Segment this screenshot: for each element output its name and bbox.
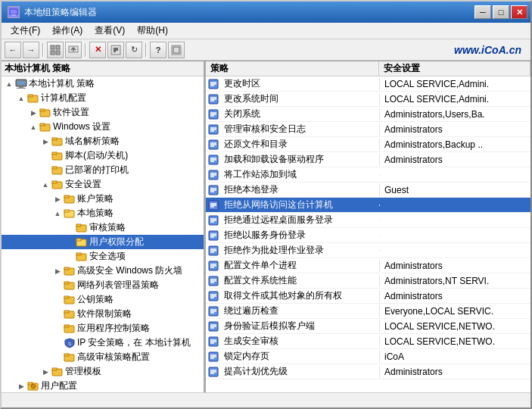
expand-computer-config[interactable]: ▲ — [15, 92, 27, 105]
expand-software-settings[interactable]: ▶ — [27, 107, 39, 119]
expand-win-firewall[interactable]: ▶ — [51, 265, 64, 277]
expand-user-rights[interactable] — [64, 236, 76, 248]
tree-item-scripts[interactable]: 脚本(启动/关机) — [2, 148, 204, 163]
policy-row-r1[interactable]: 更改时区LOCAL SERVICE,Admini. — [206, 76, 530, 92]
policy-row-name: 关闭系统 — [221, 107, 379, 121]
tree-item-dns[interactable]: ▶ 域名解析策略 — [2, 134, 204, 148]
policy-row-icon — [206, 289, 221, 303]
policy-row-r11[interactable]: 拒绝以服务身份登录 — [206, 228, 530, 243]
tree-item-app-control[interactable]: 应用程序控制策略 — [2, 321, 204, 336]
policy-row-icon — [206, 198, 221, 212]
expand-app-control[interactable] — [51, 323, 64, 335]
policy-row-value: LOCAL SERVICE,NETWO. — [379, 336, 530, 348]
expand-software-restriction[interactable] — [51, 308, 64, 320]
tree-item-software-restriction[interactable]: 软件限制策略 — [2, 307, 204, 321]
tree-item-computer-config[interactable]: ▲ 计算机配置 — [2, 91, 204, 105]
expand-admin-templates[interactable]: ▶ — [39, 366, 51, 378]
tree-item-printers[interactable]: 已部署的打印机 — [2, 163, 204, 177]
policy-row-r14[interactable]: 配置文件系统性能Administrators,NT SERVI. — [206, 273, 530, 289]
tree-item-public-key[interactable]: 公钥策略 — [2, 292, 204, 307]
tree-item-account-policy[interactable]: ▶ 账户策略 — [2, 192, 204, 206]
policy-row-r5[interactable]: 还原文件和目录Administrators,Backup .. — [206, 137, 530, 152]
minimize-button[interactable]: ─ — [474, 5, 491, 19]
policy-row-r20[interactable]: 提高计划优先级Administrators — [206, 364, 530, 379]
close-button[interactable]: ✕ — [511, 5, 527, 19]
tree-label-scripts: 脚本(启动/关机) — [65, 149, 128, 162]
policy-row-name: 更改时区 — [221, 76, 379, 91]
policy-row-r7[interactable]: 将工作站添加到域 — [206, 167, 530, 183]
help-button[interactable]: ? — [150, 42, 166, 58]
expand-security-settings[interactable]: ▲ — [39, 179, 51, 191]
expand-security-options[interactable] — [64, 251, 76, 263]
expand-network-list[interactable] — [51, 279, 64, 292]
expand-advanced-audit[interactable] — [51, 351, 64, 364]
policy-row-icon — [206, 76, 221, 91]
policy-row-r18[interactable]: 生成安全审核LOCAL SERVICE,NETWO. — [206, 334, 530, 349]
expand-printers[interactable] — [39, 164, 51, 176]
menu-action[interactable]: 操作(A) — [46, 23, 89, 39]
policy-row-r10[interactable]: 拒绝通过远程桌面服务登录 — [206, 213, 530, 228]
delete-button[interactable]: ✕ — [89, 42, 106, 58]
policy-row-value: Administrators — [379, 260, 530, 272]
back-button[interactable]: ← — [5, 42, 21, 58]
tree-label-app-control: 应用程序控制策略 — [77, 322, 150, 335]
policy-row-icon — [206, 319, 221, 333]
policy-row-r6[interactable]: 加载和卸载设备驱动程序Administrators — [206, 152, 530, 167]
refresh-button[interactable]: ↻ — [126, 42, 142, 58]
tree-item-user-config[interactable]: ▶ 用户配置 — [2, 379, 204, 392]
expand-dns[interactable]: ▶ — [39, 136, 51, 148]
tree-label-software-restriction: 软件限制策略 — [77, 308, 132, 320]
policy-row-r19[interactable]: 锁定内存页iCoA — [206, 349, 530, 364]
folder-icon-public-key — [64, 295, 76, 305]
policy-row-r12[interactable]: 拒绝作为批处理作业登录 — [206, 243, 530, 258]
policy-row-name: 生成安全审核 — [221, 334, 379, 348]
tree-item-audit-policy[interactable]: 审核策略 — [2, 220, 204, 235]
maximize-button[interactable]: □ — [493, 5, 509, 19]
expand-local-policy[interactable]: ▲ — [3, 78, 15, 90]
policy-row-r4[interactable]: 管理审核和安全日志Administrators — [206, 122, 530, 137]
tree-item-software-settings[interactable]: ▶ 软件设置 — [2, 105, 204, 120]
tree-label-network-list: 网络列表管理器策略 — [77, 279, 159, 292]
tree-item-user-rights[interactable]: 用户权限分配 — [2, 235, 204, 249]
up-button[interactable] — [65, 42, 82, 58]
svg-rect-49 — [64, 311, 69, 313]
tree-item-network-list[interactable]: 网络列表管理器策略 — [2, 278, 204, 292]
window-title: 本地组策略编辑器 — [24, 6, 97, 19]
policy-row-r3[interactable]: 关闭系统Administrators,Users,Ba. — [206, 107, 530, 122]
expand-ip-security[interactable] — [51, 337, 64, 349]
properties-button[interactable] — [107, 42, 124, 58]
folder-icon-network-list — [64, 280, 76, 291]
tree-item-advanced-audit[interactable]: 高级审核策略配置 — [2, 350, 204, 364]
policy-row-r17[interactable]: 身份验证后模拟客户端LOCAL SERVICE,NETWO. — [206, 319, 530, 334]
policy-row-r13[interactable]: 配置文件单个进程Administrators — [206, 258, 530, 273]
tree-item-local-policy[interactable]: ▲ 本地计算机 策略 — [2, 76, 204, 91]
svg-rect-21 — [40, 109, 45, 111]
show-button[interactable] — [47, 42, 64, 58]
tree-item-windows-settings[interactable]: ▲ Windows 设置 — [2, 120, 204, 134]
title-bar-left: 本地组策略编辑器 — [8, 6, 97, 19]
policy-row-r8[interactable]: 拒绝本地登录Guest — [206, 183, 530, 198]
expand-user-config[interactable]: ▶ — [15, 380, 27, 392]
tree-label-software-settings: 软件设置 — [53, 106, 89, 119]
expand-public-key[interactable] — [51, 294, 64, 306]
policy-row-r2[interactable]: 更改系统时间LOCAL SERVICE,Admini. — [206, 92, 530, 107]
tree-item-win-firewall[interactable]: ▶ 高级安全 Windows 防火墙 — [2, 264, 204, 278]
expand-audit-policy[interactable] — [64, 222, 76, 234]
expand-local-policy-node[interactable]: ▲ — [51, 208, 64, 220]
policy-row-r15[interactable]: 取得文件或其他对象的所有权Administrators — [206, 289, 530, 304]
tree-item-security-options[interactable]: 安全选项 — [2, 249, 204, 264]
tree-item-local-policy-node[interactable]: ▲ 本地策略 — [2, 206, 204, 220]
expand-scripts[interactable] — [39, 150, 51, 162]
menu-help[interactable]: 帮助(H) — [131, 23, 174, 39]
forward-button[interactable]: → — [23, 42, 39, 58]
menu-file[interactable]: 文件(F) — [5, 23, 46, 39]
expand-windows-settings[interactable]: ▲ — [27, 121, 39, 133]
menu-view[interactable]: 查看(V) — [89, 23, 131, 39]
expand-account-policy[interactable]: ▶ — [51, 193, 64, 205]
tree-item-admin-templates[interactable]: ▶ 管理模板 — [2, 364, 204, 379]
export-button[interactable] — [168, 42, 185, 58]
tree-item-ip-security[interactable]: S IP 安全策略，在 本地计算机 — [2, 336, 204, 350]
tree-item-security-settings[interactable]: ▲ 安全设置 — [2, 177, 204, 192]
policy-row-r9[interactable]: 拒绝从网络访问这台计算机 — [206, 198, 530, 213]
policy-row-r16[interactable]: 绕过遍历检查Everyone,LOCAL SERVIC. — [206, 304, 530, 319]
